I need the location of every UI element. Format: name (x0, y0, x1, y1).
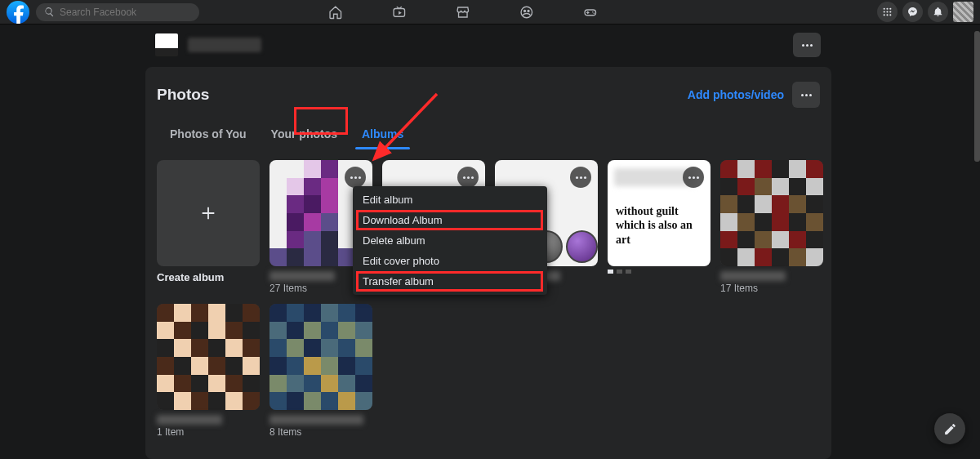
tab-albums[interactable]: Albums (350, 119, 415, 149)
album-thumbnail[interactable]: without guilt which is also an art (608, 160, 710, 266)
svg-point-2 (523, 10, 526, 12)
album-tile[interactable]: 17 Items (720, 160, 823, 294)
svg-point-9 (889, 8, 891, 10)
create-album-tile[interactable]: Create album (157, 160, 260, 294)
album-title (270, 271, 335, 281)
album-title (720, 271, 786, 281)
center-nav (327, 0, 599, 25)
card-more-button[interactable] (792, 82, 820, 108)
svg-point-11 (886, 11, 888, 12)
album-more-button[interactable] (457, 167, 479, 188)
ctx-download-album[interactable]: Download Album (353, 210, 547, 230)
svg-point-12 (889, 11, 891, 12)
album-count: 17 Items (720, 283, 823, 294)
compose-fab[interactable] (934, 413, 965, 444)
marketplace-icon[interactable] (455, 4, 471, 20)
album-tile[interactable]: without guilt which is also an art (608, 160, 710, 294)
plus-icon[interactable] (157, 160, 260, 266)
album-context-menu: Edit album Download Album Delete album E… (353, 186, 547, 295)
svg-point-6 (594, 12, 595, 14)
album-thumbnail[interactable] (720, 160, 823, 266)
ctx-transfer-album[interactable]: Transfer album (353, 271, 547, 292)
profile-name (188, 38, 261, 52)
notifications-icon[interactable] (928, 2, 948, 22)
card-header: Photos Add photos/video (155, 82, 822, 108)
page-scrollbar[interactable] (974, 25, 980, 459)
svg-point-10 (884, 11, 885, 12)
right-nav (877, 2, 973, 22)
tab-photos-of-you[interactable]: Photos of You (158, 119, 258, 149)
ctx-edit-cover[interactable]: Edit cover photo (353, 251, 547, 271)
add-photos-link[interactable]: Add photos/video (688, 88, 784, 101)
home-icon[interactable] (327, 4, 344, 20)
profile-header (0, 25, 980, 65)
album-title (157, 415, 222, 425)
profile-more-button[interactable] (793, 33, 821, 57)
groups-icon[interactable] (519, 4, 535, 20)
svg-point-14 (886, 14, 888, 16)
account-avatar[interactable] (953, 2, 973, 22)
top-navbar (0, 0, 980, 25)
scrollbar-thumb[interactable] (974, 31, 980, 162)
svg-point-13 (884, 14, 885, 16)
album-tile[interactable]: 1 Item (157, 304, 260, 438)
album-title (270, 415, 363, 425)
album-more-button[interactable] (683, 167, 704, 188)
album-thumbnail[interactable] (157, 304, 260, 410)
svg-point-8 (886, 8, 888, 10)
album-thumbnail[interactable] (270, 304, 372, 410)
messenger-icon[interactable] (902, 2, 923, 22)
album-image-text: without guilt (616, 204, 679, 219)
svg-point-7 (884, 8, 885, 10)
album-count: 8 Items (270, 426, 372, 438)
svg-point-3 (527, 10, 529, 12)
svg-point-1 (521, 7, 532, 18)
album-pager (608, 270, 710, 274)
album-more-button[interactable] (570, 167, 591, 188)
album-image-text: which is also an art (616, 218, 702, 247)
page-title: Photos (157, 86, 209, 104)
search-box[interactable] (36, 3, 199, 21)
watch-icon[interactable] (391, 4, 408, 20)
svg-point-15 (889, 14, 891, 16)
profile-thumbnail[interactable] (155, 33, 178, 56)
search-input[interactable] (60, 7, 191, 18)
menu-grid-icon[interactable] (877, 2, 898, 22)
ctx-edit-album[interactable]: Edit album (353, 189, 547, 210)
tab-your-photos[interactable]: Your photos (260, 119, 349, 149)
album-more-button[interactable] (345, 167, 366, 188)
search-icon (44, 7, 55, 17)
svg-point-5 (592, 11, 594, 13)
album-count: 1 Item (157, 426, 260, 438)
facebook-logo[interactable] (7, 1, 29, 24)
gaming-icon[interactable] (582, 4, 599, 20)
ctx-delete-album[interactable]: Delete album (353, 230, 547, 251)
create-album-label: Create album (157, 271, 260, 283)
tabs: Photos of You Your photos Albums (155, 119, 822, 149)
album-tile[interactable]: 8 Items (270, 304, 372, 438)
